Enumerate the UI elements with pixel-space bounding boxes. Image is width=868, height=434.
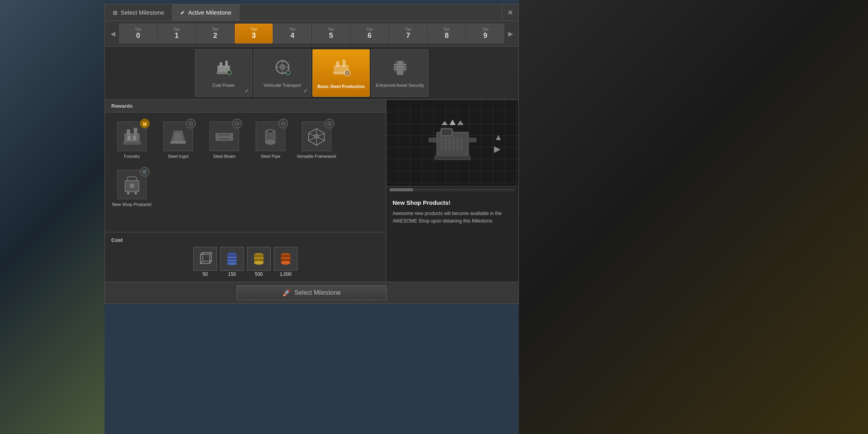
svg-rect-74	[429, 138, 438, 142]
svg-point-47	[314, 134, 318, 138]
foundry-badge: 👑	[140, 119, 150, 128]
svg-rect-37	[216, 133, 218, 140]
tier-nav-right[interactable]: ▶	[506, 29, 515, 38]
tier-tab-2[interactable]: Tier 2	[196, 24, 234, 43]
new-shop-products-name: New Shop Products!	[112, 202, 152, 207]
tier-label-8: Tier	[443, 27, 450, 32]
svg-point-69	[281, 261, 290, 265]
tab-active-milestone[interactable]: ✔ Active Milestone	[172, 4, 239, 21]
svg-rect-83	[453, 138, 455, 150]
preview-image: ▲ ▶	[386, 100, 518, 187]
tier-tab-4[interactable]: Tier 4	[273, 24, 311, 43]
check-icon: ✔	[180, 9, 185, 16]
steel-ingot-icon	[167, 125, 189, 147]
foundry-name: Foundry	[124, 153, 140, 159]
new-shop-products-badge: 🛒	[140, 167, 150, 176]
svg-point-50	[127, 192, 129, 195]
tier-tab-6[interactable]: Tier 6	[351, 24, 389, 43]
basic-steel-name: Basic Steel Production	[315, 84, 367, 89]
svg-rect-38	[230, 133, 233, 140]
preview-scrollbar[interactable]	[389, 188, 515, 191]
reward-item-versatile-framework: ⬡ Versatile Framework	[296, 119, 337, 162]
tier-tab-7[interactable]: Tier 7	[389, 24, 427, 43]
steel-pipe-badge: ⬡	[279, 119, 288, 128]
steel-pipe-icon-wrap: ⬡	[256, 122, 285, 151]
foundry-icon	[121, 125, 143, 147]
reward-item-steel-pipe: ⬡ Steel Pipe	[250, 119, 291, 162]
tier-tab-1[interactable]: Tier 1	[158, 24, 196, 43]
svg-rect-49	[130, 184, 134, 188]
cost-icon-4	[274, 247, 297, 271]
svg-point-41	[266, 140, 275, 144]
svg-line-56	[200, 261, 203, 264]
reward-item-steel-ingot: ⬡ Steel Ingot	[157, 119, 199, 162]
foundry-icon-wrap: 👑	[117, 122, 147, 151]
tier-label-5: Tier	[327, 27, 334, 32]
coal-power-name: Coal Power	[210, 82, 237, 88]
close-button[interactable]: ✕	[502, 4, 518, 21]
tier-label-2: Tier	[212, 27, 219, 32]
background-left	[0, 0, 105, 434]
select-milestone-button[interactable]: 🚀 Select Milestone	[237, 285, 387, 300]
tier-num-3: 3	[252, 32, 256, 40]
vehicular-transport-name: Vehicular Transport	[261, 82, 303, 88]
tab-select-milestone[interactable]: ⊞ Select Milestone	[105, 4, 172, 21]
tier-tab-5[interactable]: Tier 5	[312, 24, 350, 43]
steel-pipe-icon	[260, 125, 281, 147]
milestone-card-basic-steel-production[interactable]: ✓ Basic Steel Production	[312, 49, 370, 97]
vehicular-transport-check: ✓	[303, 88, 308, 94]
tier-label-4: Tier	[289, 27, 296, 32]
cost-items: 50 150	[111, 247, 380, 277]
tier-num-5: 5	[329, 32, 333, 40]
rewards-grid: 👑 Foundry ⬡	[105, 112, 386, 232]
milestone-card-enhanced-asset-security[interactable]: Enhanced Asset Security	[371, 49, 428, 97]
milestone-dialog: ⊞ Select Milestone ✔ Active Milestone ✕ …	[105, 4, 519, 304]
preview-arrows: ▲ ▶	[494, 132, 503, 154]
svg-text:✓: ✓	[346, 71, 349, 75]
basic-steel-icon: ✓	[331, 56, 352, 81]
preview-description: Awesome new products will become availab…	[393, 210, 512, 225]
cost-icon-3	[247, 247, 271, 271]
cost-amount-3: 500	[255, 271, 263, 277]
versatile-framework-badge: ⬡	[325, 119, 334, 128]
svg-rect-35	[216, 133, 233, 137]
tier-num-0: 0	[136, 32, 140, 40]
svg-point-51	[135, 192, 137, 195]
svg-rect-28	[134, 128, 137, 135]
svg-rect-79	[435, 156, 470, 160]
svg-rect-27	[127, 129, 130, 135]
tier-tab-8[interactable]: Tier 8	[428, 24, 466, 43]
tier-num-1: 1	[175, 32, 179, 40]
preview-scrollbar-thumb	[389, 188, 413, 191]
cost-amount-4: 1,000	[280, 271, 292, 277]
new-shop-products-icon-wrap: 🛒	[117, 170, 147, 199]
tier-label-1: Tier	[173, 27, 180, 32]
svg-rect-36	[216, 137, 233, 140]
vehicular-transport-icon: ✓	[273, 58, 292, 80]
tab-active-label: Active Milestone	[188, 9, 231, 16]
tier-row: ◀ Tier 0 Tier 1 Tier 2 Tier 3 Tier 4	[105, 21, 518, 47]
milestone-card-vehicular-transport[interactable]: ✓ Vehicular Transport ✓	[254, 49, 311, 97]
svg-rect-34	[170, 141, 186, 144]
versatile-framework-icon-wrap: ⬡	[302, 122, 331, 151]
preview-info: New Shop Products! Awesome new products …	[386, 193, 518, 282]
right-arrow-icon: ▶	[494, 144, 503, 154]
steel-ingot-badge: ⬡	[186, 119, 196, 128]
steel-beam-icon-wrap: ⬡	[210, 122, 239, 151]
tier-num-8: 8	[445, 32, 449, 40]
preview-panel: ▲ ▶ New Shop Products! Awesome new produ…	[386, 100, 518, 282]
enhanced-asset-icon	[391, 58, 410, 80]
tier-tab-0[interactable]: Tier 0	[119, 24, 157, 43]
svg-rect-2	[225, 61, 228, 67]
svg-rect-80	[441, 138, 443, 150]
title-bar: ⊞ Select Milestone ✔ Active Milestone ✕	[105, 4, 518, 21]
svg-marker-77	[457, 120, 464, 125]
milestone-card-coal-power[interactable]: ✓ Coal Power ✓	[195, 49, 252, 97]
tier-tab-9[interactable]: Tier 9	[466, 24, 504, 43]
tier-nav-left[interactable]: ◀	[108, 29, 118, 38]
tier-tab-3[interactable]: Tier 3	[235, 24, 273, 43]
cost-icon-2	[220, 247, 244, 271]
svg-rect-31	[133, 136, 136, 140]
enhanced-asset-name: Enhanced Asset Security	[373, 82, 426, 88]
tab-select-label: Select Milestone	[121, 9, 164, 16]
